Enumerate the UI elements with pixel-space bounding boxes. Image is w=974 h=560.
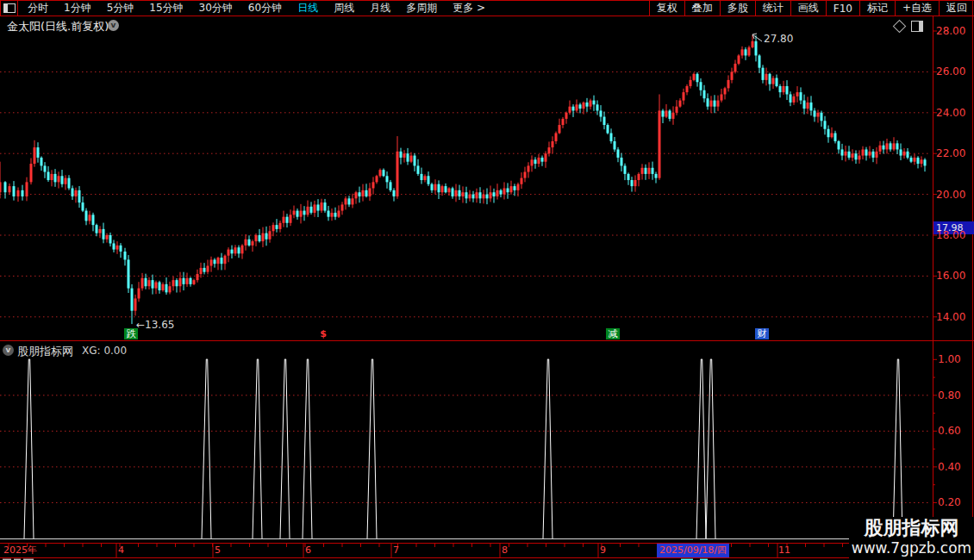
period-tab-60min[interactable]: 60分钟 [240, 1, 290, 16]
action-overlay[interactable]: 叠加 [684, 1, 720, 16]
period-tab-5min[interactable]: 5分钟 [99, 1, 142, 16]
watermark-title: 股朋指标网 [849, 517, 974, 539]
period-tab-weekly[interactable]: 周线 [326, 1, 362, 16]
period-tab-monthly[interactable]: 月线 [362, 1, 398, 16]
price-label-26: 26.00 [936, 65, 974, 78]
chart-canvas [0, 0, 974, 560]
x-axis-label-6: 9 [600, 544, 606, 557]
watermark-url: www.7gpzb.com [849, 539, 974, 557]
action-adjust[interactable]: 复权 [649, 1, 684, 16]
ind-label-0.60: 0.60 [938, 425, 972, 437]
period-tab-15min[interactable]: 15分钟 [141, 1, 190, 16]
candlestick-series [0, 35, 927, 324]
event-marker-dollar: $ [316, 328, 330, 339]
ind-label-1.00: 1.00 [938, 353, 972, 365]
x-axis-label-2: 5 [215, 544, 221, 557]
period-tab-fenshi[interactable]: 分时 [20, 1, 56, 16]
period-tab-30min[interactable]: 30分钟 [191, 1, 240, 16]
price-label-18: 18.00 [936, 229, 974, 241]
indicator-value: XG: 0.00 [82, 345, 127, 357]
period-tab-more[interactable]: 更多 > [445, 1, 493, 16]
event-marker-die: 跌 [124, 328, 138, 339]
layout-toggle-icon [3, 3, 16, 13]
ind-label-0.80: 0.80 [938, 389, 972, 401]
x-axis-label-3: 6 [305, 544, 311, 557]
period-tab-daily[interactable]: 日线 [290, 1, 326, 16]
x-axis-label-5: 8 [502, 544, 508, 557]
action-draw-line[interactable]: 画线 [790, 1, 826, 16]
x-axis-label-7: 11 [778, 544, 790, 557]
x-axis-label-1: 4 [118, 544, 124, 557]
ind-label-0.20: 0.20 [938, 496, 972, 508]
action-buttons: 复权叠加多股统计画线F10标记+自选返回 [649, 1, 974, 16]
chevron-down-icon[interactable]: v [108, 20, 119, 31]
action-multi-stock[interactable]: 多股 [720, 1, 755, 16]
event-marker-cai: 财 [755, 328, 769, 339]
action-add-watchlist[interactable]: +自选 [895, 1, 939, 16]
toolbar: 分时1分钟5分钟15分钟30分钟60分钟日线周线月线多周期更多 > 复权叠加多股… [0, 0, 974, 16]
period-tab-1min[interactable]: 1分钟 [56, 1, 99, 16]
price-label-24: 24.00 [936, 107, 974, 119]
indicator-chevron-icon[interactable]: v [3, 345, 14, 356]
app-window: 分时1分钟5分钟15分钟30分钟60分钟日线周线月线多周期更多 > 复权叠加多股… [0, 0, 974, 560]
x-axis-label-4: 7 [393, 544, 399, 557]
action-back[interactable]: 返回 [939, 1, 974, 16]
action-mark[interactable]: 标记 [859, 1, 895, 16]
period-tabs: 分时1分钟5分钟15分钟30分钟60分钟日线周线月线多周期更多 > [18, 1, 493, 16]
price-label-28: 28.00 [936, 25, 974, 37]
indicator-name: 股朋指标网 [17, 344, 73, 359]
gridlines [0, 72, 931, 502]
xg-spike-series [0, 359, 931, 539]
ind-label-0.40: 0.40 [938, 461, 972, 473]
layout-toggle-button[interactable] [1, 1, 18, 16]
annotation-high: 27.80 [764, 33, 793, 45]
event-marker-jian: 减 [606, 328, 620, 339]
chart-title: 金太阳(日线.前复权) [7, 19, 109, 34]
window-panel-icon[interactable] [911, 21, 923, 32]
price-label-20: 20.00 [936, 189, 974, 201]
x-axis-label-0: 2025年 [3, 544, 37, 557]
action-stats[interactable]: 统计 [755, 1, 790, 16]
period-tab-multi-period[interactable]: 多周期 [398, 1, 445, 16]
price-label-16: 16.00 [936, 270, 974, 282]
price-label-14: 14.00 [936, 311, 974, 323]
annotation-low: ←13.65 [136, 319, 174, 331]
price-label-22: 22.00 [936, 147, 974, 159]
action-f10[interactable]: F10 [826, 1, 859, 16]
selected-date-tag: 2025/09/18/四 [657, 544, 729, 557]
watermark: 股朋指标网 www.7gpzb.com [849, 517, 974, 560]
